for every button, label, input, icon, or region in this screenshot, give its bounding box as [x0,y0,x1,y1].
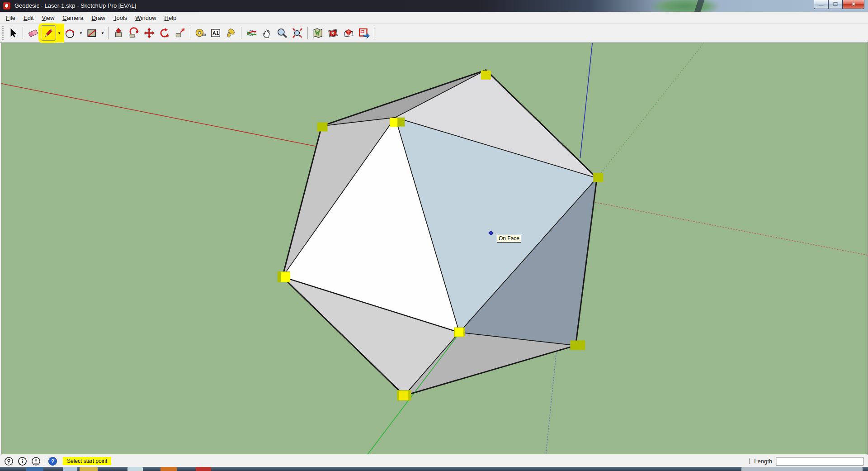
restore-button[interactable]: ❐ [828,0,843,9]
photo-textures-tool-button[interactable] [326,25,341,41]
rectangle-tool-dropdown[interactable]: ▼ [99,26,106,40]
menu-item-view[interactable]: View [38,13,58,23]
tape-measure-tool-button[interactable] [193,25,208,41]
model-viewport[interactable]: On Face [1,43,868,455]
select-tool-button[interactable] [5,25,20,41]
minimize-button[interactable]: — [814,0,828,9]
geolocation-button[interactable] [4,456,14,466]
title-bar: Geodesic - Laser-1.skp - SketchUp Pro [E… [0,0,868,12]
help-button[interactable]: ? [47,456,57,466]
close-button[interactable]: ✕ [843,0,864,9]
red-photo-icon [327,27,339,39]
credits-info-button[interactable]: i [17,456,27,466]
vertex-marker-0 [481,71,491,80]
window-controls: — ❐ ✕ [814,0,864,9]
status-bar: i? Select start point Length [0,455,868,467]
vertex-marker-9 [570,341,585,350]
arc-tool-button[interactable] [62,25,78,41]
add-location-tool-button[interactable] [310,25,326,41]
length-input[interactable] [776,457,863,466]
vertex-marker-11 [399,391,408,400]
paint-bucket-tool-button[interactable] [223,25,239,41]
paint-bucket-icon [225,27,237,39]
inference-tooltip: On Face [497,235,521,243]
pan-hand-icon [261,27,273,39]
rotate-icon [159,27,170,39]
taskbar-item-3[interactable] [127,467,143,471]
orbit-tool-button[interactable] [244,25,259,41]
eraser-icon [27,27,39,39]
aero-glass-reflection [651,0,719,12]
svg-text:i: i [21,458,23,465]
toolbar-separator [374,27,374,39]
push-pull-tool-button[interactable] [111,25,126,41]
taskbar-item-6[interactable] [741,467,863,471]
toolbar-separator [190,27,190,39]
toolbar-separator [241,27,241,39]
toolbar-drag-handle[interactable] [2,26,4,40]
credits-info-icon: i [18,457,27,466]
menu-item-draw[interactable]: Draw [88,13,109,23]
extension-warehouse-tool-button[interactable] [341,25,356,41]
zoom-icon [276,27,288,39]
taskbar-item-1[interactable] [63,467,77,471]
follow-me-icon [128,27,140,39]
length-label: Length [754,458,772,465]
move-tool-button[interactable] [142,25,157,41]
sign-in-button[interactable] [31,456,41,466]
rectangle-tool-button[interactable] [84,25,99,41]
toolbar-separator [23,27,23,39]
toolbar: ▼▼▼A1 [0,24,868,43]
follow-me-tool-button[interactable] [126,25,142,41]
menu-item-camera[interactable]: Camera [58,13,87,23]
map-icon [312,27,324,39]
menu-item-help[interactable]: Help [160,13,181,23]
status-message: Select start point [63,457,111,465]
toolbar-separator [108,27,108,39]
zoom-tool-button[interactable] [274,25,290,41]
move-icon [143,27,155,39]
rotate-tool-button[interactable] [157,25,172,41]
sketchup-window: Geodesic - Laser-1.skp - SketchUp Pro [E… [0,0,868,471]
taskbar-item-4[interactable] [160,467,177,471]
text-icon: A1 [210,27,222,39]
scale-icon [174,27,186,39]
svg-text:A1: A1 [212,30,219,36]
red-gem-icon [343,27,354,39]
zoom-extents-icon [292,27,303,39]
rectangle-icon [86,27,98,39]
model-scene[interactable] [1,43,868,455]
status-icons: i? [2,456,59,466]
window-title: Geodesic - Laser-1.skp - SketchUp Pro [E… [14,2,136,9]
scale-tool-button[interactable] [172,25,188,41]
menu-item-file[interactable]: File [2,13,19,23]
menu-bar: FileEditViewCameraDrawToolsWindowHelp [0,12,868,24]
vertex-marker-3 [317,123,328,132]
taskbar-item-5[interactable] [196,467,211,471]
pan-tool-button[interactable] [259,25,274,41]
sketchup-logo-icon [3,2,10,10]
zoom-extents-tool-button[interactable] [290,25,305,41]
menu-item-tools[interactable]: Tools [109,13,131,23]
menu-item-edit[interactable]: Edit [19,13,38,23]
text-tool-button[interactable]: A1 [208,25,223,41]
taskbar-item-2[interactable] [80,467,98,471]
menu-item-window[interactable]: Window [131,13,160,23]
toolbar-separator [307,27,308,39]
sign-in-icon [31,457,41,466]
windows-taskbar[interactable] [0,467,868,471]
eraser-tool-button[interactable] [25,25,41,41]
vertex-marker-2 [390,118,397,127]
measurements-area: Length [749,457,863,466]
line-tool-button[interactable] [41,25,56,41]
vertex-marker-8 [455,328,463,337]
measurements-separator [749,458,750,464]
arc-tool-dropdown[interactable]: ▼ [78,26,84,40]
line-tool-dropdown[interactable]: ▼ [56,25,62,41]
taskbar-item-0[interactable] [26,467,43,471]
arc-icon [64,27,76,39]
send-to-layout-tool-button[interactable] [356,25,372,41]
vertex-marker-1 [396,118,405,127]
vertex-marker-6 [281,272,290,282]
svg-text:?: ? [51,458,54,464]
